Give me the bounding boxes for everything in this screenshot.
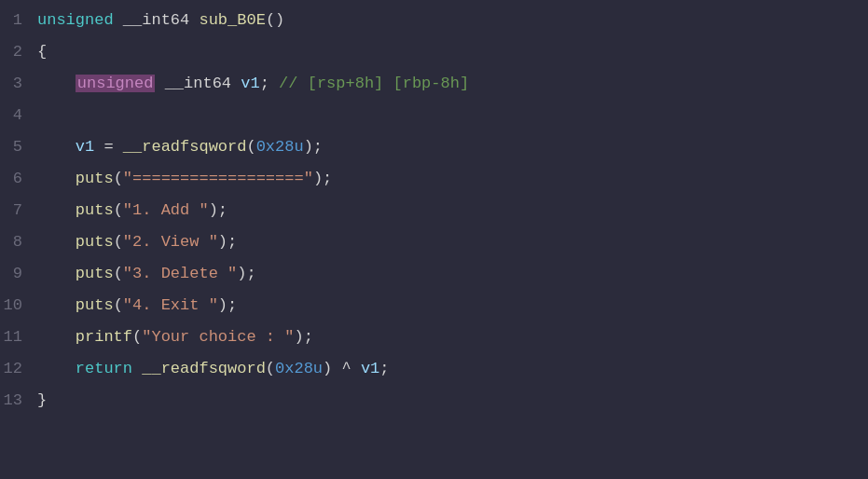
code-token: "==================" [123, 170, 313, 187]
code-token: ; [260, 75, 279, 92]
code-token: unsigned [76, 75, 156, 92]
code-line: 6 puts("=================="); [0, 166, 868, 198]
code-token: ); [209, 201, 227, 219]
code-token: puts [76, 296, 114, 314]
code-line: 1unsigned __int64 sub_B0E() [0, 7, 868, 39]
code-line: 4 [0, 103, 868, 134]
line-number: 12 [0, 356, 37, 381]
code-token: __readfsqword [123, 138, 247, 156]
code-line: 7 puts("1. Add "); [0, 198, 868, 229]
code-token: "2. View " [123, 233, 218, 251]
code-token: } [37, 391, 47, 409]
code-line: 11 printf("Your choice : "); [0, 324, 868, 356]
code-editor: 1unsigned __int64 sub_B0E()2{3 unsigned … [0, 0, 868, 479]
line-content: { [37, 39, 47, 64]
code-token: "1. Add " [123, 201, 209, 219]
code-token: ( [114, 233, 123, 251]
line-number: 3 [0, 71, 37, 96]
code-token: ); [294, 328, 312, 346]
code-token: v1 [361, 360, 379, 377]
code-token: printf [76, 328, 132, 346]
code-token: __int64 [114, 11, 200, 29]
line-content: v1 = __readfsqword(0x28u); [37, 134, 323, 159]
code-token: () [266, 11, 284, 29]
line-number: 7 [0, 198, 37, 223]
line-content: puts("4. Exit "); [37, 293, 237, 318]
code-token [37, 360, 76, 377]
line-content: printf("Your choice : "); [37, 324, 313, 349]
code-token [37, 233, 76, 251]
line-number: 5 [0, 134, 37, 159]
code-token: sub_B0E [199, 11, 265, 29]
line-content: unsigned __int64 sub_B0E() [37, 7, 284, 33]
line-number: 6 [0, 166, 37, 191]
code-line: 8 puts("2. View "); [0, 229, 868, 261]
line-number: 2 [0, 39, 37, 64]
code-token: ); [218, 233, 237, 251]
code-token: puts [76, 233, 114, 251]
code-token: puts [76, 170, 114, 187]
line-content: } [37, 388, 47, 413]
code-token: 0x28u [275, 360, 323, 377]
code-token: return [76, 360, 132, 377]
code-token: "4. Exit " [123, 296, 218, 314]
code-line: 2{ [0, 39, 868, 71]
code-token: __int64 [155, 75, 241, 92]
code-token [37, 296, 76, 314]
code-token [37, 75, 76, 92]
code-token: ); [313, 170, 332, 187]
code-token [37, 170, 76, 187]
line-number: 11 [0, 324, 37, 349]
code-token [37, 138, 76, 156]
code-token [132, 360, 142, 377]
code-token: ); [304, 138, 323, 156]
code-token: ; [379, 360, 389, 377]
line-content: puts("1. Add "); [37, 198, 227, 223]
code-token: ( [246, 138, 255, 156]
code-token: v1 [76, 138, 94, 156]
code-line: 9 puts("3. Delete "); [0, 261, 868, 293]
code-token: ); [237, 265, 255, 282]
code-token: puts [76, 201, 114, 219]
code-token: ) ^ [323, 360, 361, 377]
code-token: "3. Delete " [123, 265, 237, 282]
line-content: puts("3. Delete "); [37, 261, 256, 286]
line-content: puts("2. View "); [37, 229, 237, 254]
line-number: 4 [0, 103, 37, 128]
code-token: // [rsp+8h] [rbp-8h] [279, 75, 469, 92]
line-content: return __readfsqword(0x28u) ^ v1; [37, 356, 390, 381]
line-content: unsigned __int64 v1; // [rsp+8h] [rbp-8h… [37, 71, 469, 96]
code-token: ( [114, 170, 123, 187]
code-line: 13} [0, 388, 868, 419]
code-token: ( [114, 265, 123, 282]
code-token: ( [266, 360, 275, 377]
code-token: ); [218, 296, 237, 314]
line-number: 13 [0, 388, 37, 413]
line-number: 8 [0, 229, 37, 254]
line-number: 10 [0, 293, 37, 318]
code-token: "Your choice : " [142, 328, 294, 346]
code-token: 0x28u [256, 138, 304, 156]
code-token: unsigned [37, 11, 114, 29]
code-token: ( [114, 201, 123, 219]
code-token: = [94, 138, 123, 156]
code-token: puts [76, 265, 114, 282]
line-content: puts("=================="); [37, 166, 332, 191]
code-token [37, 201, 76, 219]
code-token: ( [132, 328, 142, 346]
code-token [37, 265, 76, 282]
code-line: 3 unsigned __int64 v1; // [rsp+8h] [rbp-… [0, 71, 868, 103]
code-token: v1 [241, 75, 259, 92]
line-number: 1 [0, 7, 37, 33]
code-token: { [37, 43, 47, 61]
code-line: 10 puts("4. Exit "); [0, 293, 868, 324]
code-token: __readfsqword [142, 360, 266, 377]
code-line: 5 v1 = __readfsqword(0x28u); [0, 134, 868, 166]
line-number: 9 [0, 261, 37, 286]
code-line: 12 return __readfsqword(0x28u) ^ v1; [0, 356, 868, 388]
code-token: ( [114, 296, 123, 314]
code-token [37, 328, 76, 346]
